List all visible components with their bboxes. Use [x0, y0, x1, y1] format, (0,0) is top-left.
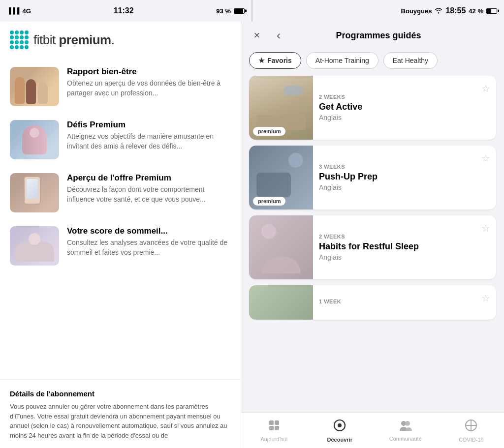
pill-label: Eat Healthy — [393, 57, 428, 64]
list-item[interactable]: Votre score de sommeil... Consultez les … — [0, 219, 241, 272]
back-button[interactable]: ‹ — [271, 28, 286, 43]
favorite-star-icon[interactable]: ☆ — [481, 152, 490, 164]
list-thumb-sommeil — [10, 226, 59, 266]
pill-eat-healthy[interactable]: Eat Healthy — [383, 52, 438, 69]
nav-tab-today-label: Aujourd'hui — [260, 436, 287, 442]
nav-tab-community-label: Communauté — [389, 436, 422, 442]
list-desc: Consultez les analyses avancées de votre… — [67, 238, 231, 257]
left-battery-icon — [234, 8, 245, 14]
card-duration: 2 WEEKS — [319, 94, 490, 100]
right-time: 18:55 — [445, 6, 466, 15]
card-title: Get Active — [319, 102, 490, 112]
card-duration: 2 WEEKS — [319, 234, 490, 239]
list-thumb-rapport — [10, 67, 59, 106]
pill-home-training[interactable]: At-Home Training — [306, 52, 378, 69]
list-title: Aperçu de l'offre Premium — [67, 173, 231, 183]
list-text-apercu: Aperçu de l'offre Premium Découvrez la f… — [67, 173, 231, 204]
card-duration: 3 WEEKS — [319, 164, 490, 170]
chevron-left-icon: ‹ — [277, 29, 281, 42]
card-info-get-active: 2 WEEKS Get Active Anglais ☆ — [313, 76, 496, 140]
card-thumb-pushup: premium — [249, 146, 313, 209]
filter-pills: ★ Favoris At-Home Training Eat Healthy — [249, 47, 496, 76]
card-title: Push-Up Prep — [319, 172, 490, 182]
pill-label: Favoris — [267, 57, 292, 64]
details-title: Détails de l'abonnement — [10, 389, 231, 398]
right-panel: × ‹ Programmes guidés ★ Favoris At-Home … — [241, 22, 504, 448]
card-language: Anglais — [319, 183, 490, 191]
right-nav: × ‹ Programmes guidés — [249, 24, 496, 47]
svg-point-5 — [338, 423, 342, 427]
pill-favoris[interactable]: ★ Favoris — [249, 52, 301, 69]
list-item[interactable]: Rapport bien-être Obtenez un aperçu de v… — [0, 60, 241, 113]
svg-rect-1 — [275, 420, 279, 425]
svg-rect-0 — [269, 420, 274, 425]
card-thumb-partial — [249, 285, 313, 320]
left-list: Rapport bien-être Obtenez un aperçu de v… — [0, 55, 241, 379]
program-card-pushup[interactable]: premium 3 WEEKS Push-Up Prep Anglais ☆ — [249, 146, 496, 209]
card-title: Habits for Restful Sleep — [319, 241, 490, 252]
list-text-sommeil: Votre score de sommeil... Consultez les … — [67, 226, 231, 257]
discover-icon — [333, 419, 346, 435]
card-info-partial: 1 WEEK ☆ — [313, 285, 496, 320]
phone-shape — [24, 176, 41, 205]
svg-rect-2 — [269, 426, 274, 430]
list-title: Défis Premium — [67, 120, 231, 130]
card-thumb-get-active: premium — [249, 76, 313, 140]
community-icon — [399, 420, 412, 434]
list-text-rapport: Rapport bien-être Obtenez un aperçu de v… — [67, 67, 231, 98]
status-bars: ▐▐▐ 4G 11:32 93 % Bouygues 18:55 42 % — [0, 0, 504, 22]
list-item[interactable]: Défis Premium Atteignez vos objectifs de… — [0, 113, 241, 166]
svg-rect-3 — [275, 426, 279, 430]
nav-tab-today[interactable]: Aujourd'hui — [241, 416, 307, 446]
favorite-star-icon[interactable]: ☆ — [481, 222, 490, 234]
bottom-nav: Aujourd'hui Découvrir — [241, 413, 504, 448]
right-battery-pct: 42 % — [469, 7, 483, 15]
left-time: 11:32 — [34, 6, 214, 15]
nav-tab-community[interactable]: Communauté — [373, 416, 439, 446]
details-section: Détails de l'abonnement Vous pouvez annu… — [0, 379, 241, 448]
nav-tab-covid[interactable]: COVID-19 — [439, 415, 504, 447]
svg-point-7 — [405, 421, 410, 426]
right-carrier: Bouygues — [401, 7, 432, 15]
fitbit-wordmark: fitbit premium. — [33, 32, 114, 48]
program-card-get-active[interactable]: premium 2 WEEKS Get Active Anglais ☆ — [249, 76, 496, 140]
card-info-sleep: 2 WEEKS Habits for Restful Sleep Anglais… — [313, 215, 496, 279]
right-wifi-icon — [435, 7, 442, 15]
list-desc: Atteignez vos objectifs de manière amusa… — [67, 132, 231, 151]
fitbit-logo-dots — [10, 30, 29, 49]
card-language: Anglais — [319, 253, 490, 261]
left-panel: fitbit premium. Rapport bien-être Obtene… — [0, 22, 241, 448]
covid-icon — [465, 419, 477, 435]
close-button[interactable]: × — [249, 28, 265, 43]
cards-list: premium 2 WEEKS Get Active Anglais ☆ — [241, 76, 504, 413]
left-battery-pct: 93 % — [216, 7, 231, 15]
card-language: Anglais — [319, 114, 490, 121]
left-network: 4G — [23, 7, 31, 15]
list-text-defis: Défis Premium Atteignez vos objectifs de… — [67, 120, 231, 151]
star-icon: ★ — [258, 57, 265, 64]
list-title: Rapport bien-être — [67, 67, 231, 77]
card-info-pushup: 3 WEEKS Push-Up Prep Anglais ☆ — [313, 146, 496, 209]
card-thumb-sleep — [249, 215, 313, 279]
card-duration: 1 WEEK — [319, 299, 490, 304]
left-signal-icon: ▐▐▐ — [7, 7, 20, 14]
favorite-star-icon[interactable]: ☆ — [481, 292, 490, 304]
left-status-bar: ▐▐▐ 4G 11:32 93 % — [0, 0, 252, 22]
nav-tab-discover[interactable]: Découvrir — [307, 415, 373, 447]
right-header: × ‹ Programmes guidés ★ Favoris At-Home … — [241, 22, 504, 76]
list-item[interactable]: Aperçu de l'offre Premium Découvrez la f… — [0, 166, 241, 219]
list-thumb-defis — [10, 120, 59, 159]
list-desc: Découvrez la façon dont votre comporteme… — [67, 185, 231, 204]
premium-badge: premium — [253, 197, 285, 206]
list-desc: Obtenez un aperçu de vos données de bien… — [67, 79, 231, 98]
favorite-star-icon[interactable]: ☆ — [481, 83, 490, 94]
nav-tab-covid-label: COVID-19 — [459, 437, 484, 443]
right-status-bar: Bouygues 18:55 42 % — [252, 0, 504, 22]
pill-label: At-Home Training — [315, 57, 369, 64]
program-card-sleep[interactable]: 2 WEEKS Habits for Restful Sleep Anglais… — [249, 215, 496, 279]
premium-badge: premium — [253, 127, 285, 136]
nav-tab-discover-label: Découvrir — [327, 437, 352, 443]
program-card-partial[interactable]: 1 WEEK ☆ — [249, 285, 496, 320]
close-icon: × — [254, 29, 260, 42]
fitbit-header: fitbit premium. — [0, 22, 241, 55]
